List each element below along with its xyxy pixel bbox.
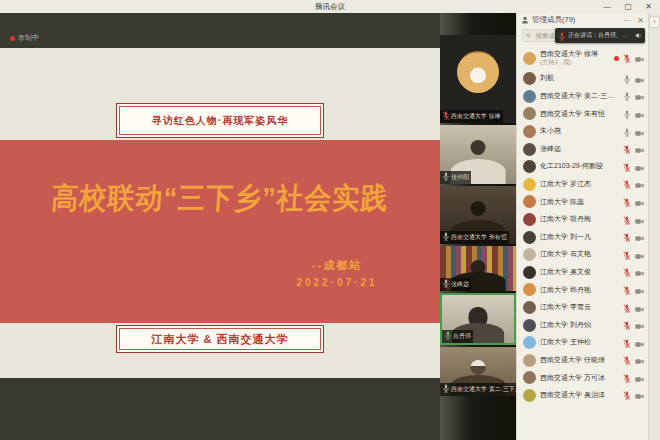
participant-row[interactable]: 化工2103-29-何鹏骏	[517, 158, 649, 176]
mic-muted-icon[interactable]	[623, 263, 631, 281]
camera-icon[interactable]	[635, 105, 644, 123]
camera-icon[interactable]	[635, 246, 644, 264]
mic-on-icon[interactable]	[623, 70, 631, 88]
participant-row[interactable]: 江南大学 罗江杰	[517, 176, 649, 194]
participant-name: 江南大学 吴文俊	[540, 268, 619, 277]
recording-indicator: 录制中	[10, 33, 39, 43]
participant-name: 江南大学 刘丹怡	[540, 321, 619, 330]
mic-muted-icon[interactable]	[623, 246, 631, 264]
participant-name: 江南大学 刘一凡	[540, 233, 619, 242]
camera-icon[interactable]	[635, 299, 644, 317]
participant-row[interactable]: 江南大学 胡丹梅	[517, 211, 649, 229]
minimize-button[interactable]: —	[603, 2, 611, 11]
mic-muted-icon[interactable]	[623, 211, 631, 229]
close-button[interactable]: ✕	[645, 2, 652, 11]
mic-muted-icon[interactable]	[623, 281, 631, 299]
camera-icon[interactable]	[635, 369, 644, 387]
mic-on-icon[interactable]	[623, 87, 631, 105]
mic-muted-icon[interactable]	[623, 334, 631, 352]
video-tile[interactable]: 张峰远	[440, 246, 516, 291]
video-tile[interactable]: 西南交通大学 黄二·三下乡实践队	[440, 347, 516, 396]
participant-row[interactable]: 朱小燕	[517, 123, 649, 141]
participant-name: 西南交通大学 徐琳(主持人, 我)	[540, 50, 610, 66]
participant-row[interactable]: 江南大学 王仲松	[517, 334, 649, 352]
camera-icon[interactable]	[635, 281, 644, 299]
participant-row[interactable]: 西南交通大学 朱有恒	[517, 105, 649, 123]
video-tile[interactable]: 西南交通大学 徐琳	[440, 35, 516, 123]
participant-row[interactable]: 刘航	[517, 70, 649, 88]
mic-muted-icon[interactable]	[623, 49, 631, 67]
participant-row[interactable]: 西南交通大学 徐琳(主持人, 我)	[517, 46, 649, 70]
participant-row[interactable]: 江南大学 李雪云	[517, 299, 649, 317]
slide-subtitle-station: --成都站	[262, 258, 412, 273]
camera-icon[interactable]	[635, 316, 644, 334]
speaking-toast: 正在讲话：肖丹琪、西南交…	[555, 28, 645, 43]
video-thumbnail-strip: 西南交通大学 徐琳张仲阳西南交通大学 朱有恒张峰远肖丹琪西南交通大学 黄二·三下…	[440, 13, 516, 440]
mic-muted-icon[interactable]	[623, 228, 631, 246]
mic-muted-icon[interactable]	[623, 193, 631, 211]
video-tile[interactable]: 肖丹琪	[440, 293, 516, 345]
participant-row[interactable]: 江南大学 刘一凡	[517, 228, 649, 246]
mic-muted-icon[interactable]	[623, 175, 631, 193]
video-tile-label: 西南交通大学 黄二·三下乡实践队	[440, 383, 516, 396]
mic-on-icon[interactable]	[623, 105, 631, 123]
mic-icon	[444, 331, 452, 342]
camera-icon[interactable]	[635, 49, 644, 67]
panel-more-button[interactable]: ⋯	[623, 16, 631, 25]
participant-row[interactable]: 江南大学 韩丹艳	[517, 281, 649, 299]
slide-title: 高校联动“三下乡”社会实践	[0, 179, 441, 218]
camera-icon[interactable]	[635, 211, 644, 229]
camera-icon[interactable]	[635, 123, 644, 141]
participant-avatar	[523, 371, 536, 384]
participant-avatar	[523, 72, 536, 85]
camera-icon[interactable]	[635, 175, 644, 193]
video-tile[interactable]: 张仲阳	[440, 125, 516, 184]
panel-header: 管理成员(79) ⋯ ✕	[517, 13, 648, 27]
participant-row[interactable]: 西南交通大学 黄二·三下乡实践队	[517, 88, 649, 106]
participant-row[interactable]: 江南大学 石文艳	[517, 246, 649, 264]
participant-row[interactable]: 江南大学 刘丹怡	[517, 316, 649, 334]
participant-row[interactable]: 西南交通大学 吴治泽	[517, 387, 649, 405]
participant-row[interactable]: 江南大学 吴文俊	[517, 264, 649, 282]
panel-title: 管理成员(79)	[532, 15, 617, 25]
panel-collapse-button[interactable]: ›	[649, 16, 660, 28]
mic-muted-icon[interactable]	[623, 158, 631, 176]
participant-name: 西南交通大学 任晓倩	[540, 356, 619, 365]
mic-on-icon[interactable]	[623, 123, 631, 141]
mic-muted-icon[interactable]	[623, 386, 631, 404]
participant-avatar	[523, 248, 536, 261]
slide-bottom-banner: 江南大学 & 西南交通大学	[116, 325, 324, 353]
participant-row[interactable]: 江南大学 陈蕊	[517, 193, 649, 211]
camera-icon[interactable]	[635, 351, 644, 369]
participant-row[interactable]: 西南交通大学 万可冰	[517, 369, 649, 387]
camera-icon[interactable]	[635, 87, 644, 105]
mic-muted-icon[interactable]	[623, 140, 631, 158]
video-tile[interactable]: 西南交通大学 朱有恒	[440, 186, 516, 244]
titlebar: 腾讯会议 — ▢ ✕	[0, 0, 660, 13]
camera-icon[interactable]	[635, 263, 644, 281]
camera-icon[interactable]	[635, 70, 644, 88]
camera-icon[interactable]	[635, 158, 644, 176]
participant-row[interactable]: 张峰远	[517, 140, 649, 158]
mic-muted-icon[interactable]	[623, 316, 631, 334]
mic-muted-icon[interactable]	[623, 369, 631, 387]
mic-muted-icon[interactable]	[623, 351, 631, 369]
camera-icon[interactable]	[635, 228, 644, 246]
video-tile-label: 西南交通大学 朱有恒	[440, 231, 509, 244]
participant-name: 西南交通大学 黄二·三下乡实践队	[540, 92, 619, 101]
camera-icon[interactable]	[635, 140, 644, 158]
slide-subtitle-date: 2022·07·21	[262, 277, 412, 288]
participant-avatar	[523, 283, 536, 296]
participant-row[interactable]: 西南交通大学 任晓倩	[517, 352, 649, 370]
participant-avatar	[523, 266, 536, 279]
camera-icon[interactable]	[635, 193, 644, 211]
participant-name: 化工2103-29-何鹏骏	[540, 162, 619, 171]
camera-icon[interactable]	[635, 334, 644, 352]
panel-close-button[interactable]: ✕	[637, 16, 644, 25]
side-strip: ›	[648, 13, 660, 440]
mic-muted-icon[interactable]	[623, 299, 631, 317]
participant-avatar	[523, 231, 536, 244]
maximize-button[interactable]: ▢	[625, 2, 633, 11]
video-tile-label: 西南交通大学 徐琳	[440, 110, 503, 123]
camera-icon[interactable]	[635, 386, 644, 404]
